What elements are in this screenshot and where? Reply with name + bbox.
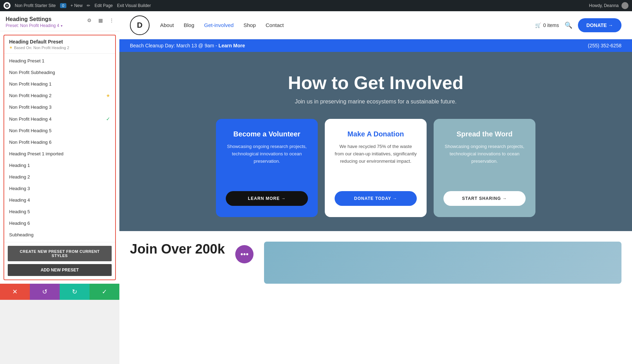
check-icon: ✓ bbox=[106, 116, 110, 122]
nav-link-contact[interactable]: Contact bbox=[266, 22, 284, 28]
admin-bar: W Non Profit Starter Site 0 + New ✏ Edit… bbox=[0, 0, 632, 11]
comment-bubble[interactable]: 0 bbox=[60, 3, 66, 8]
card-text-1: We have recycled 75% of the waste from o… bbox=[335, 143, 417, 184]
default-preset-name: Heading Default Preset bbox=[9, 39, 110, 45]
preset-item[interactable]: Non Profit Heading 5 bbox=[4, 125, 115, 136]
panel-settings-icon[interactable]: ⚙ bbox=[85, 16, 93, 25]
nav-link-blog[interactable]: Blog bbox=[184, 22, 194, 28]
card-btn-0[interactable]: LEARN MORE → bbox=[226, 191, 308, 206]
star-icon: ★ bbox=[9, 45, 13, 50]
card-title-1: Make A Donation bbox=[335, 130, 417, 138]
preset-item[interactable]: Heading 5 bbox=[4, 206, 115, 217]
preset-item[interactable]: Heading Preset 1 imported bbox=[4, 148, 115, 160]
card-text-0: Showcasing ongoing research projects, te… bbox=[226, 143, 308, 184]
nav-links: AboutBlogGet-involvedShopContact bbox=[160, 22, 535, 28]
announcement-bar: Beach Cleanup Day: March 13 @ 9am - Lear… bbox=[119, 39, 632, 52]
cards-row: Become a VolunteerShowcasing ongoing res… bbox=[130, 119, 621, 217]
hero-title: How to Get Involved bbox=[130, 73, 621, 93]
close-button[interactable]: ✕ bbox=[0, 284, 30, 300]
bottom-section: Join Over 200k ••• bbox=[119, 231, 632, 364]
card-title-2: Spread the Word bbox=[443, 130, 526, 138]
heading-settings-panel: Heading Settings Preset: Non Profit Head… bbox=[0, 11, 119, 284]
preset-item[interactable]: Heading Preset 1 bbox=[4, 55, 115, 67]
avatar bbox=[621, 2, 628, 9]
card-text-2: Showcasing ongoing research projects, te… bbox=[443, 143, 526, 184]
hero-subtitle: Join us in preserving marine ecosystems … bbox=[130, 99, 621, 105]
preset-item[interactable]: Non Profit Subheading bbox=[4, 67, 115, 78]
search-icon[interactable]: 🔍 bbox=[565, 21, 572, 29]
learn-more-link[interactable]: Learn More bbox=[218, 43, 245, 48]
star-icon: ★ bbox=[106, 93, 110, 98]
svg-text:W: W bbox=[6, 4, 9, 7]
card-title-0: Become a Volunteer bbox=[226, 130, 308, 138]
panel-more-icon[interactable]: ⋮ bbox=[107, 16, 116, 25]
panel-layout-icon[interactable]: ▦ bbox=[96, 16, 105, 25]
website-preview: D AboutBlogGet-involvedShopContact 🛒 0 i… bbox=[119, 11, 632, 364]
add-preset-button[interactable]: ADD NEW PRESET bbox=[8, 264, 112, 276]
panel-icon-group: ⚙ ▦ ⋮ bbox=[85, 16, 116, 25]
phone-number: (255) 352-6258 bbox=[588, 43, 621, 48]
card-btn-2[interactable]: START SHARING → bbox=[443, 191, 526, 206]
preset-dropdown: Heading Default Preset ★ Based On: Non P… bbox=[4, 35, 116, 280]
preset-item[interactable]: Non Profit Heading 1 bbox=[4, 78, 115, 90]
nav-link-shop[interactable]: Shop bbox=[243, 22, 256, 28]
card-0: Become a VolunteerShowcasing ongoing res… bbox=[216, 119, 318, 217]
bottom-toolbar: ✕ ↺ ↻ ✓ bbox=[0, 284, 119, 300]
preset-list: Heading Preset 1Non Profit SubheadingNon… bbox=[4, 54, 115, 242]
announcement-text: Beach Cleanup Day: March 13 @ 9am - Lear… bbox=[130, 43, 245, 48]
howdy-text: Howdy, Deanna bbox=[589, 3, 619, 8]
bottom-image bbox=[264, 242, 621, 284]
cart-text[interactable]: 🛒 0 items bbox=[535, 22, 559, 28]
card-btn-1[interactable]: DONATE TODAY → bbox=[335, 191, 417, 206]
purple-dot-button[interactable]: ••• bbox=[235, 245, 254, 263]
save-button[interactable]: ✓ bbox=[90, 284, 119, 300]
site-name-link[interactable]: Non Profit Starter Site bbox=[15, 3, 56, 8]
edit-icon: ✏ bbox=[87, 3, 90, 8]
preset-item[interactable]: Non Profit Heading 6 bbox=[4, 136, 115, 148]
new-link[interactable]: + New bbox=[71, 3, 83, 8]
preset-based-on: ★ Based On: Non Profit Heading 2 bbox=[9, 45, 110, 50]
nav-link-get-involved[interactable]: Get-involved bbox=[204, 22, 233, 28]
create-preset-button[interactable]: CREATE NEW PRESET FROM CURRENT STYLES bbox=[8, 246, 112, 261]
hero-section: How to Get Involved Join us in preservin… bbox=[119, 52, 632, 231]
nav-link-about[interactable]: About bbox=[160, 22, 174, 28]
chevron-down-icon: ▾ bbox=[61, 24, 62, 28]
preset-item[interactable]: Subheading bbox=[4, 229, 115, 241]
exit-builder-link[interactable]: Exit Visual Builder bbox=[117, 3, 151, 8]
undo-button[interactable]: ↺ bbox=[30, 284, 60, 300]
redo-button[interactable]: ↻ bbox=[60, 284, 90, 300]
site-logo[interactable]: D bbox=[130, 15, 150, 35]
site-nav: D AboutBlogGet-involvedShopContact 🛒 0 i… bbox=[119, 11, 632, 39]
donate-nav-button[interactable]: DONATE → bbox=[578, 18, 621, 32]
preset-item[interactable]: Heading 6 bbox=[4, 217, 115, 229]
card-1: Make A DonationWe have recycled 75% of t… bbox=[325, 119, 427, 217]
preset-item[interactable]: Non Profit Heading 3 bbox=[4, 101, 115, 113]
preset-item[interactable]: Heading 1 bbox=[4, 160, 115, 171]
preset-item[interactable]: Non Profit Heading 2★ bbox=[4, 90, 115, 101]
wordpress-icon[interactable]: W bbox=[4, 2, 11, 9]
preset-actions: CREATE NEW PRESET FROM CURRENT STYLES AD… bbox=[4, 242, 115, 279]
card-2: Spread the WordShowcasing ongoing resear… bbox=[434, 119, 535, 217]
preset-item[interactable]: Heading 4 bbox=[4, 194, 115, 206]
edit-page-link[interactable]: Edit Page bbox=[94, 3, 113, 8]
preset-item[interactable]: Heading 2 bbox=[4, 171, 115, 183]
nav-right: 🛒 0 items 🔍 DONATE → bbox=[535, 18, 621, 32]
panel-header: Heading Settings Preset: Non Profit Head… bbox=[0, 11, 119, 31]
default-preset-item[interactable]: Heading Default Preset ★ Based On: Non P… bbox=[4, 35, 115, 54]
preset-item[interactable]: Heading 3 bbox=[4, 183, 115, 194]
preset-item[interactable]: Non Profit Heading 4✓ bbox=[4, 113, 115, 125]
join-title: Join Over 200k bbox=[130, 242, 225, 257]
